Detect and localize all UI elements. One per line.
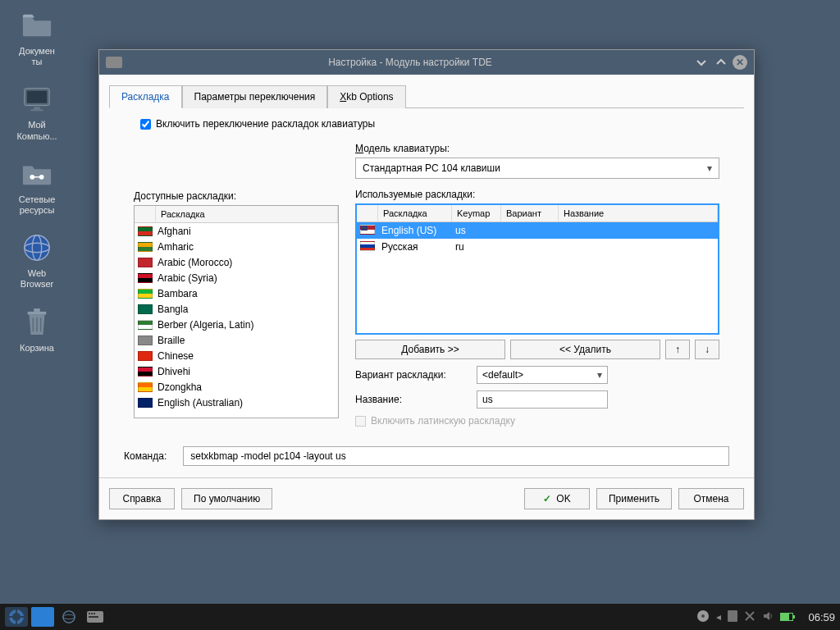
latin-checkbox (355, 416, 366, 427)
tab-container: Раскладка Параметры переключения Xkb Opt… (99, 75, 754, 435)
available-row[interactable]: Amharic (135, 239, 338, 254)
taskbar-keyboard[interactable] (84, 607, 107, 627)
available-row[interactable]: Berber (Algeria, Latin) (135, 317, 338, 332)
desktop-icon-trash[interactable]: Корзина (8, 305, 66, 354)
titlebar[interactable]: Настройка - Модуль настройки TDE ✕ (99, 50, 754, 75)
available-row[interactable]: Arabic (Syria) (135, 270, 338, 285)
tray-arrow-icon[interactable]: ◂ (716, 611, 721, 623)
command-input[interactable] (183, 446, 729, 466)
desktop-icon-web[interactable]: WebBrowser (8, 231, 66, 290)
layout-name: Amharic (158, 241, 194, 253)
window-title: Настройка - Модуль настройки TDE (130, 57, 690, 68)
latin-label: Включить латинскую раскладку (371, 415, 515, 427)
svg-rect-11 (34, 308, 40, 312)
flag-icon (138, 398, 153, 408)
keyboard-icon (106, 57, 122, 68)
name-input[interactable] (477, 390, 608, 409)
folder-icon (20, 8, 54, 43)
taskbar-active-window[interactable] (31, 607, 54, 627)
variant-value: <default> (482, 369, 523, 381)
svg-rect-20 (89, 616, 98, 618)
desktop-label: WebBrowser (21, 268, 53, 290)
settings-dialog: Настройка - Модуль настройки TDE ✕ Раскл… (98, 49, 755, 520)
desktop-icon-documents[interactable]: Документы (8, 8, 66, 67)
move-down-button[interactable]: ↓ (695, 340, 719, 359)
enable-switching-checkbox[interactable] (140, 119, 151, 130)
available-row[interactable]: Arabic (Morocco) (135, 254, 338, 270)
used-row-us[interactable]: English (US) us (357, 222, 718, 239)
svg-rect-1 (27, 91, 48, 103)
used-layouts-list[interactable]: Раскладка Keymap Вариант Название Englis… (355, 203, 719, 335)
tray-network-icon[interactable] (744, 610, 756, 624)
svg-rect-2 (34, 107, 40, 110)
tray-battery-icon[interactable] (780, 613, 793, 621)
add-button[interactable]: Добавить >> (355, 340, 505, 359)
remove-button[interactable]: << Удалить (510, 340, 660, 359)
tab-switching[interactable]: Параметры переключения (182, 85, 328, 108)
taskbar-clock[interactable]: 06:59 (808, 611, 835, 623)
panel-layout: Включить переключение раскладок клавиату… (109, 108, 744, 435)
tab-layout[interactable]: Раскладка (109, 85, 182, 108)
tab-xkb[interactable]: Xkb Options (327, 85, 405, 108)
tray-clipboard-icon[interactable] (728, 610, 737, 624)
svg-rect-3 (30, 110, 43, 112)
keyboard-model-label: Модель клавиатуры: (355, 143, 719, 154)
available-row[interactable]: Dhivehi (135, 363, 338, 379)
svg-rect-18 (91, 613, 93, 614)
col-name: Название (559, 205, 718, 221)
available-row[interactable]: Bambara (135, 285, 338, 301)
svg-rect-17 (89, 613, 90, 614)
layout-name: Bangla (158, 304, 188, 315)
svg-rect-23 (728, 610, 737, 622)
desktop-label: МойКомпью... (16, 120, 57, 141)
used-layout: Русская (381, 241, 455, 253)
available-layouts-label: Доступные раскладки: (134, 190, 339, 202)
layout-name: Dzongkha (158, 381, 202, 393)
layout-name: Dhivehi (158, 366, 190, 377)
start-button[interactable] (5, 607, 28, 627)
minimize-button[interactable] (693, 54, 710, 71)
used-row-ru[interactable]: Русская ru (357, 239, 718, 255)
available-row[interactable]: English (Australian) (135, 395, 338, 410)
desktop-label: Документы (19, 46, 55, 67)
globe-icon (20, 231, 54, 265)
available-row[interactable]: Afghani (135, 223, 338, 239)
name-label: Название: (355, 394, 470, 405)
close-button[interactable]: ✕ (733, 55, 747, 70)
col-keymap: Keymap (452, 205, 501, 221)
layout-name: Berber (Algeria, Latin) (158, 319, 253, 331)
available-row[interactable]: Bangla (135, 301, 338, 317)
taskbar-browser[interactable] (57, 607, 80, 627)
flag-icon (138, 351, 153, 361)
flag-icon (138, 226, 153, 236)
maximize-button[interactable] (713, 54, 729, 71)
system-tray: ◂ 06:59 (696, 609, 835, 625)
flag-icon (138, 320, 153, 330)
keyboard-model-combo[interactable]: Стандартная PC 104 клавиши (355, 158, 719, 179)
available-row[interactable]: Chinese (135, 348, 338, 363)
help-button[interactable]: Справка (109, 488, 175, 509)
variant-select[interactable]: <default> (477, 366, 608, 384)
col-layout: Раскладка (156, 206, 338, 222)
available-row[interactable]: Dzongkha (135, 379, 338, 395)
available-layouts-list[interactable]: Раскладка AfghaniAmharicArabic (Morocco)… (134, 205, 339, 418)
desktop-icon-computer[interactable]: МойКомпью... (8, 82, 66, 141)
ok-button[interactable]: OK (524, 488, 590, 509)
desktop-icon-network[interactable]: Сетевыересурсы (8, 157, 66, 216)
move-up-button[interactable]: ↑ (665, 340, 690, 359)
taskbar: ◂ 06:59 (0, 604, 840, 630)
apply-button[interactable]: Применить (596, 488, 672, 509)
svg-rect-19 (94, 613, 95, 614)
keyboard-model-value: Стандартная PC 104 клавиши (363, 162, 500, 174)
used-layouts-label: Используемые раскладки: (355, 189, 719, 200)
tray-volume-icon[interactable] (762, 610, 774, 624)
svg-rect-10 (28, 311, 47, 314)
defaults-button[interactable]: По умолчанию (181, 488, 272, 509)
layout-name: Chinese (158, 350, 194, 362)
cancel-button[interactable]: Отмена (678, 488, 744, 509)
command-label: Команда: (124, 450, 167, 462)
available-row[interactable]: Braille (135, 332, 338, 348)
col-variant: Вариант (501, 205, 559, 221)
tray-disc-icon[interactable] (696, 609, 710, 625)
layout-name: Braille (158, 335, 185, 346)
